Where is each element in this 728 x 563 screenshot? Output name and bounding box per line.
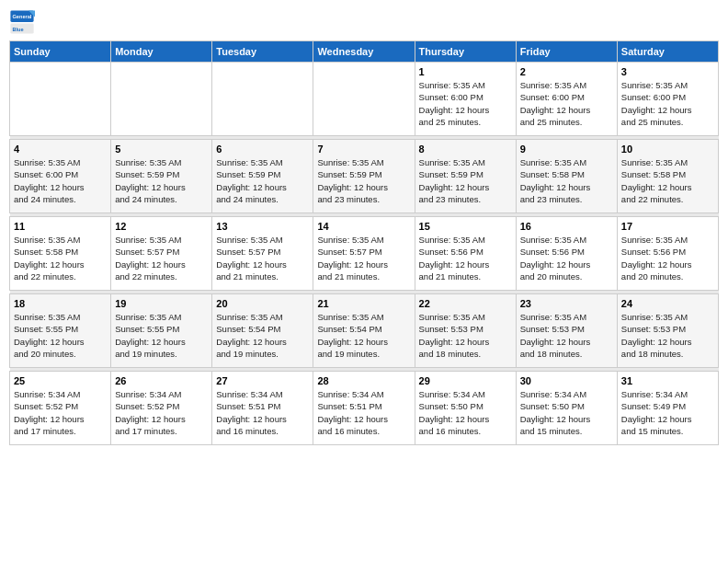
calendar-cell: 24Sunrise: 5:35 AM Sunset: 5:53 PM Dayli… xyxy=(617,294,718,368)
calendar-cell: 31Sunrise: 5:34 AM Sunset: 5:49 PM Dayli… xyxy=(617,372,718,445)
day-number: 5 xyxy=(115,144,208,155)
calendar-cell: 2Sunrise: 5:35 AM Sunset: 6:00 PM Daylig… xyxy=(516,63,617,136)
day-details: Sunrise: 5:34 AM Sunset: 5:49 PM Dayligh… xyxy=(621,388,714,437)
day-details: Sunrise: 5:35 AM Sunset: 5:55 PM Dayligh… xyxy=(14,311,107,360)
calendar-cell xyxy=(212,63,313,136)
calendar-cell: 28Sunrise: 5:34 AM Sunset: 5:51 PM Dayli… xyxy=(313,372,415,445)
day-number: 2 xyxy=(520,66,613,77)
day-number: 26 xyxy=(115,375,208,386)
day-details: Sunrise: 5:35 AM Sunset: 5:59 PM Dayligh… xyxy=(317,156,410,205)
day-number: 3 xyxy=(621,66,714,77)
calendar-cell: 13Sunrise: 5:35 AM Sunset: 5:57 PM Dayli… xyxy=(212,217,313,291)
day-details: Sunrise: 5:35 AM Sunset: 5:53 PM Dayligh… xyxy=(520,311,613,360)
day-number: 10 xyxy=(621,144,714,155)
page-header: General Blue xyxy=(9,9,719,35)
day-details: Sunrise: 5:35 AM Sunset: 6:00 PM Dayligh… xyxy=(419,79,512,128)
calendar-cell: 23Sunrise: 5:35 AM Sunset: 5:53 PM Dayli… xyxy=(516,294,617,368)
day-number: 31 xyxy=(621,375,714,386)
day-number: 16 xyxy=(520,221,613,232)
day-details: Sunrise: 5:34 AM Sunset: 5:52 PM Dayligh… xyxy=(115,388,208,437)
calendar-table: SundayMondayTuesdayWednesdayThursdayFrid… xyxy=(9,40,719,445)
day-number: 14 xyxy=(317,221,410,232)
calendar-cell: 11Sunrise: 5:35 AM Sunset: 5:58 PM Dayli… xyxy=(10,217,111,291)
calendar-cell: 9Sunrise: 5:35 AM Sunset: 5:58 PM Daylig… xyxy=(516,140,617,213)
week-row-2: 4Sunrise: 5:35 AM Sunset: 6:00 PM Daylig… xyxy=(10,140,719,213)
day-number: 13 xyxy=(216,221,309,232)
day-header-sunday: Sunday xyxy=(10,41,111,63)
day-header-saturday: Saturday xyxy=(617,41,718,63)
day-details: Sunrise: 5:35 AM Sunset: 6:00 PM Dayligh… xyxy=(621,79,714,128)
day-details: Sunrise: 5:35 AM Sunset: 5:59 PM Dayligh… xyxy=(216,156,309,205)
day-number: 1 xyxy=(419,66,512,77)
day-details: Sunrise: 5:35 AM Sunset: 6:00 PM Dayligh… xyxy=(520,79,613,128)
calendar-cell: 10Sunrise: 5:35 AM Sunset: 5:58 PM Dayli… xyxy=(617,140,718,213)
logo-icon: General Blue xyxy=(9,9,35,35)
day-details: Sunrise: 5:35 AM Sunset: 5:53 PM Dayligh… xyxy=(621,311,714,360)
calendar-cell: 19Sunrise: 5:35 AM Sunset: 5:55 PM Dayli… xyxy=(111,294,212,368)
calendar-cell: 16Sunrise: 5:35 AM Sunset: 5:56 PM Dayli… xyxy=(516,217,617,291)
day-number: 28 xyxy=(317,375,410,386)
day-details: Sunrise: 5:34 AM Sunset: 5:50 PM Dayligh… xyxy=(419,388,512,437)
calendar-header: SundayMondayTuesdayWednesdayThursdayFrid… xyxy=(10,41,719,63)
day-number: 30 xyxy=(520,375,613,386)
day-number: 23 xyxy=(520,298,613,309)
day-number: 21 xyxy=(317,298,410,309)
day-details: Sunrise: 5:35 AM Sunset: 5:56 PM Dayligh… xyxy=(520,234,613,282)
week-row-3: 11Sunrise: 5:35 AM Sunset: 5:58 PM Dayli… xyxy=(10,217,719,291)
calendar-cell: 15Sunrise: 5:35 AM Sunset: 5:56 PM Dayli… xyxy=(415,217,516,291)
day-details: Sunrise: 5:34 AM Sunset: 5:51 PM Dayligh… xyxy=(317,388,410,437)
day-details: Sunrise: 5:35 AM Sunset: 5:53 PM Dayligh… xyxy=(419,311,512,360)
calendar-cell: 21Sunrise: 5:35 AM Sunset: 5:54 PM Dayli… xyxy=(313,294,415,368)
day-header-friday: Friday xyxy=(516,41,617,63)
day-header-monday: Monday xyxy=(111,41,212,63)
calendar-cell: 30Sunrise: 5:34 AM Sunset: 5:50 PM Dayli… xyxy=(516,372,617,445)
day-header-wednesday: Wednesday xyxy=(313,41,415,63)
day-number: 11 xyxy=(14,221,107,232)
day-details: Sunrise: 5:35 AM Sunset: 5:56 PM Dayligh… xyxy=(419,234,512,282)
day-number: 24 xyxy=(621,298,714,309)
calendar-cell: 26Sunrise: 5:34 AM Sunset: 5:52 PM Dayli… xyxy=(111,372,212,445)
calendar-cell xyxy=(313,63,415,136)
week-row-1: 1Sunrise: 5:35 AM Sunset: 6:00 PM Daylig… xyxy=(10,63,719,136)
day-number: 19 xyxy=(115,298,208,309)
calendar-cell: 25Sunrise: 5:34 AM Sunset: 5:52 PM Dayli… xyxy=(10,372,111,445)
svg-text:Blue: Blue xyxy=(13,27,24,32)
day-header-tuesday: Tuesday xyxy=(212,41,313,63)
calendar-cell: 7Sunrise: 5:35 AM Sunset: 5:59 PM Daylig… xyxy=(313,140,415,213)
calendar-cell: 6Sunrise: 5:35 AM Sunset: 5:59 PM Daylig… xyxy=(212,140,313,213)
day-details: Sunrise: 5:35 AM Sunset: 5:58 PM Dayligh… xyxy=(621,156,714,205)
calendar-cell: 3Sunrise: 5:35 AM Sunset: 6:00 PM Daylig… xyxy=(617,63,718,136)
day-number: 20 xyxy=(216,298,309,309)
week-row-5: 25Sunrise: 5:34 AM Sunset: 5:52 PM Dayli… xyxy=(10,372,719,445)
calendar-cell: 4Sunrise: 5:35 AM Sunset: 6:00 PM Daylig… xyxy=(10,140,111,213)
calendar-cell: 1Sunrise: 5:35 AM Sunset: 6:00 PM Daylig… xyxy=(415,63,516,136)
day-number: 25 xyxy=(14,375,107,386)
day-number: 9 xyxy=(520,144,613,155)
day-number: 15 xyxy=(419,221,512,232)
day-details: Sunrise: 5:35 AM Sunset: 5:58 PM Dayligh… xyxy=(520,156,613,205)
calendar-cell: 17Sunrise: 5:35 AM Sunset: 5:56 PM Dayli… xyxy=(617,217,718,291)
day-details: Sunrise: 5:35 AM Sunset: 5:57 PM Dayligh… xyxy=(317,234,410,282)
day-details: Sunrise: 5:34 AM Sunset: 5:51 PM Dayligh… xyxy=(216,388,309,437)
day-details: Sunrise: 5:34 AM Sunset: 5:50 PM Dayligh… xyxy=(520,388,613,437)
calendar-cell: 29Sunrise: 5:34 AM Sunset: 5:50 PM Dayli… xyxy=(415,372,516,445)
day-details: Sunrise: 5:35 AM Sunset: 5:55 PM Dayligh… xyxy=(115,311,208,360)
day-number: 4 xyxy=(14,144,107,155)
day-number: 7 xyxy=(317,144,410,155)
day-number: 29 xyxy=(419,375,512,386)
day-details: Sunrise: 5:35 AM Sunset: 5:54 PM Dayligh… xyxy=(317,311,410,360)
calendar-cell: 18Sunrise: 5:35 AM Sunset: 5:55 PM Dayli… xyxy=(10,294,111,368)
day-number: 6 xyxy=(216,144,309,155)
day-details: Sunrise: 5:35 AM Sunset: 5:58 PM Dayligh… xyxy=(14,234,107,282)
calendar-cell xyxy=(111,63,212,136)
day-number: 8 xyxy=(419,144,512,155)
day-header-thursday: Thursday xyxy=(415,41,516,63)
calendar-cell: 8Sunrise: 5:35 AM Sunset: 5:59 PM Daylig… xyxy=(415,140,516,213)
day-number: 22 xyxy=(419,298,512,309)
day-details: Sunrise: 5:35 AM Sunset: 5:57 PM Dayligh… xyxy=(115,234,208,282)
calendar-body: 1Sunrise: 5:35 AM Sunset: 6:00 PM Daylig… xyxy=(10,63,719,445)
day-number: 17 xyxy=(621,221,714,232)
calendar-cell: 20Sunrise: 5:35 AM Sunset: 5:54 PM Dayli… xyxy=(212,294,313,368)
calendar-cell: 27Sunrise: 5:34 AM Sunset: 5:51 PM Dayli… xyxy=(212,372,313,445)
day-details: Sunrise: 5:35 AM Sunset: 5:57 PM Dayligh… xyxy=(216,234,309,282)
